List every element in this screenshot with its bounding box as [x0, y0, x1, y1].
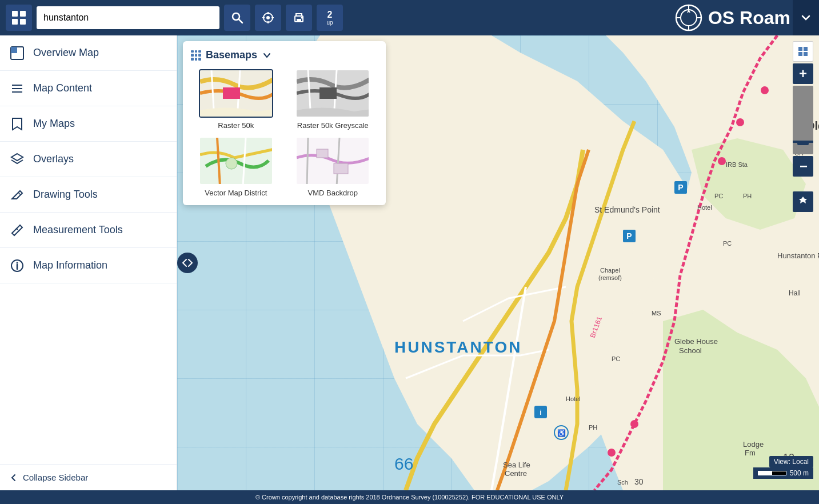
basemap-raster50k-thumb: [199, 69, 273, 118]
svg-rect-80: [223, 87, 240, 99]
basemap-vmd[interactable]: Vector Map District: [191, 137, 281, 197]
sidebar: Overview Map Map Content My Maps: [0, 35, 177, 490]
svg-rect-82: [319, 87, 337, 99]
basemap-raster50k[interactable]: Raster 50k: [191, 69, 281, 130]
svg-point-40: [718, 157, 726, 165]
svg-line-28: [18, 193, 21, 195]
expand-map-button[interactable]: [177, 253, 198, 273]
sidebar-label-my-maps: My Maps: [33, 118, 75, 130]
svg-text:P: P: [626, 231, 632, 241]
zoom-in-button[interactable]: +: [793, 63, 813, 84]
basemaps-header[interactable]: Basemaps: [191, 49, 378, 61]
svg-text:PH: PH: [743, 193, 752, 199]
uk-map-button[interactable]: [793, 191, 813, 212]
svg-line-30: [17, 229, 18, 230]
search-button[interactable]: [224, 5, 250, 31]
collapse-sidebar-button[interactable]: Collapse Sidebar: [0, 464, 177, 490]
sidebar-label-overview-map: Overview Map: [33, 47, 99, 59]
svg-rect-87: [334, 163, 348, 174]
svg-text:Sea Life: Sea Life: [503, 461, 530, 469]
basemap-vmd-backdrop-label: VMD Backdrop: [308, 189, 358, 197]
sidebar-item-map-content[interactable]: Map Content: [0, 71, 177, 106]
search-input[interactable]: [37, 6, 219, 29]
basemap-vmd-thumb: [199, 137, 273, 185]
svg-text:Hall: Hall: [789, 289, 801, 297]
locate-button[interactable]: [255, 5, 281, 31]
zoom-minus-wide[interactable]: −: [793, 156, 813, 177]
svg-text:Chapel: Chapel: [600, 267, 620, 274]
svg-text:i: i: [540, 408, 542, 417]
sidebar-label-drawing-tools: Drawing Tools: [33, 189, 98, 201]
bookmark-icon: [9, 116, 25, 132]
spacer: [793, 178, 813, 190]
sidebar-label-map-content: Map Content: [33, 82, 92, 94]
svg-text:HUNSTANTON: HUNSTANTON: [394, 338, 522, 356]
svg-text:Centre: Centre: [505, 469, 527, 478]
sidebar-item-my-maps[interactable]: My Maps: [0, 106, 177, 142]
basemaps-panel: Basemaps: [183, 41, 386, 205]
svg-rect-1: [20, 11, 26, 17]
svg-rect-3: [20, 19, 26, 25]
sidebar-item-overview-map[interactable]: Overview Map: [0, 35, 177, 71]
sidebar-item-overlays[interactable]: Overlays: [0, 142, 177, 177]
sidebar-item-map-information[interactable]: Map Information: [0, 248, 177, 283]
view-local-badge: View: Local: [769, 456, 813, 467]
svg-rect-90: [798, 52, 802, 56]
svg-rect-0: [12, 11, 18, 17]
map-overview-icon: [9, 45, 25, 61]
os-roam-branding: OS Roam: [675, 0, 790, 35]
svg-text:Sch: Sch: [617, 479, 628, 486]
svg-text:School: School: [679, 346, 702, 355]
basemaps-grid: Raster 50k: [191, 69, 378, 197]
sidebar-item-measurement-tools[interactable]: Measurement Tools: [0, 213, 177, 248]
header: 2 up OS Roam: [0, 0, 819, 35]
basemap-vmd-backdrop-thumb: [295, 137, 370, 185]
svg-text:PC: PC: [714, 193, 723, 199]
sidebar-item-drawing-tools[interactable]: Drawing Tools: [0, 177, 177, 213]
svg-rect-2: [12, 19, 18, 25]
scale-line: [758, 471, 786, 475]
svg-rect-91: [804, 52, 808, 56]
svg-text:PC: PC: [612, 355, 620, 362]
two-up-button[interactable]: 2 up: [317, 5, 343, 31]
basemap-vmd-label: Vector Map District: [205, 189, 267, 197]
svg-rect-89: [804, 47, 808, 51]
svg-point-41: [630, 420, 638, 428]
scale-bar: 500 m: [753, 467, 813, 479]
basemap-vmd-backdrop[interactable]: VMD Backdrop: [288, 137, 378, 197]
header-dropdown-button[interactable]: [793, 0, 819, 35]
svg-point-39: [736, 118, 744, 126]
zoom-slider[interactable]: [793, 86, 813, 154]
svg-point-38: [761, 86, 769, 94]
svg-text:Hotel: Hotel: [697, 204, 712, 211]
main-layout: Overview Map Map Content My Maps: [0, 35, 819, 490]
print-button[interactable]: [286, 5, 312, 31]
map-area[interactable]: P P i ♿ HUNSTANTON Old Hunstanton St Edm: [177, 35, 819, 490]
svg-text:St Edmund's Point: St Edmund's Point: [594, 205, 660, 214]
svg-text:PC: PC: [723, 240, 732, 247]
svg-text:IRB Sta: IRB Sta: [726, 161, 748, 168]
svg-text:♿: ♿: [557, 429, 566, 437]
svg-text:Hotel: Hotel: [566, 395, 581, 402]
ruler-icon: [9, 222, 25, 238]
map-background: P P i ♿ HUNSTANTON Old Hunstanton St Edm: [177, 35, 819, 490]
svg-point-7: [266, 16, 270, 19]
svg-text:PH: PH: [589, 424, 597, 431]
logo-button[interactable]: [6, 5, 32, 31]
svg-rect-88: [798, 47, 802, 51]
sidebar-label-map-information: Map Information: [33, 259, 107, 271]
list-icon: [9, 81, 25, 97]
svg-point-33: [17, 262, 18, 263]
app-title: OS Roam: [708, 7, 790, 29]
two-up-label: up: [326, 19, 333, 26]
basemap-raster50k-grey-thumb: [295, 69, 370, 118]
map-settings-button[interactable]: [793, 41, 813, 62]
copyright-text: © Crown copyright and database rights 20…: [255, 494, 564, 501]
svg-text:Hunstanton Par: Hunstanton Par: [777, 251, 819, 260]
svg-text:(remsof): (remsof): [598, 274, 622, 281]
svg-point-14: [301, 17, 303, 19]
basemap-raster50k-grey[interactable]: Raster 50k Greyscale: [288, 69, 378, 130]
svg-text:Br1161: Br1161: [589, 315, 604, 339]
basemaps-chevron-icon: [262, 50, 272, 61]
svg-text:66: 66: [394, 454, 413, 473]
